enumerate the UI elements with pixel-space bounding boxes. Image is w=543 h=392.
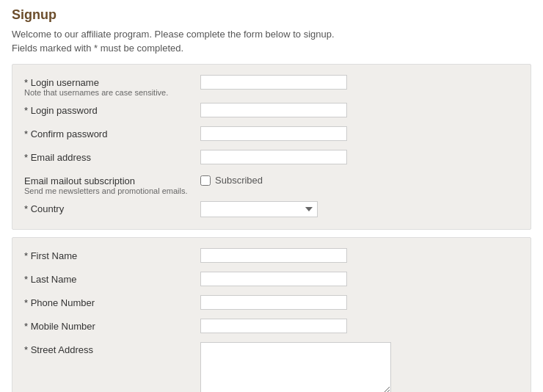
email-address-row: * Email address xyxy=(24,150,519,167)
login-password-label: * Login password xyxy=(24,103,200,116)
email-address-label: * Email address xyxy=(24,150,200,163)
first-name-input[interactable] xyxy=(200,248,347,263)
required-note: Fields marked with * must be completed. xyxy=(12,43,531,54)
first-name-row: * First Name xyxy=(24,248,519,266)
login-username-field-col xyxy=(200,75,519,90)
phone-number-input[interactable] xyxy=(200,295,347,310)
login-username-row: * Login username Note that usernames are… xyxy=(24,75,519,97)
confirm-password-field-col xyxy=(200,126,519,141)
page-title: Signup xyxy=(12,7,531,23)
phone-number-field-col xyxy=(200,295,519,310)
mobile-number-input[interactable] xyxy=(200,319,347,333)
first-name-label: * First Name xyxy=(24,248,200,261)
login-password-input[interactable] xyxy=(200,103,347,117)
street-address-textarea[interactable] xyxy=(200,342,391,392)
country-select[interactable] xyxy=(200,201,318,217)
last-name-input[interactable] xyxy=(200,272,347,286)
mobile-number-field-col xyxy=(200,319,519,333)
street-address-label: * Street Address xyxy=(24,342,200,355)
personal-info-section: * First Name * Last Name * Phone Number … xyxy=(12,237,531,392)
mobile-number-row: * Mobile Number xyxy=(24,319,519,336)
login-username-label: * Login username Note that usernames are… xyxy=(24,75,200,97)
login-password-field-col xyxy=(200,103,519,117)
subscription-check-col: Subscribed xyxy=(200,173,263,186)
email-address-field-col xyxy=(200,150,519,164)
email-subscription-row: Email mailout subscription Send me newsl… xyxy=(24,173,519,195)
intro-line1: Welcome to our affiliate program. Please… xyxy=(12,29,531,40)
street-address-field-col xyxy=(200,342,519,392)
confirm-password-label: * Confirm password xyxy=(24,126,200,139)
confirm-password-row: * Confirm password xyxy=(24,126,519,144)
subscribed-checkbox[interactable] xyxy=(200,175,211,186)
login-username-input[interactable] xyxy=(200,75,347,90)
street-address-row: * Street Address xyxy=(24,342,519,392)
login-password-row: * Login password xyxy=(24,103,519,120)
email-address-input[interactable] xyxy=(200,150,347,164)
account-info-section: * Login username Note that usernames are… xyxy=(12,64,531,230)
first-name-field-col xyxy=(200,248,519,263)
last-name-field-col xyxy=(200,272,519,286)
subscribed-label[interactable]: Subscribed xyxy=(215,175,263,186)
mobile-number-label: * Mobile Number xyxy=(24,319,200,332)
country-row: * Country xyxy=(24,201,519,219)
phone-number-label: * Phone Number xyxy=(24,295,200,308)
last-name-row: * Last Name xyxy=(24,272,519,289)
country-field-col xyxy=(200,201,519,217)
phone-number-row: * Phone Number xyxy=(24,295,519,313)
country-label: * Country xyxy=(24,201,200,214)
confirm-password-input[interactable] xyxy=(200,126,347,141)
last-name-label: * Last Name xyxy=(24,272,200,285)
subscription-label-col: Email mailout subscription Send me newsl… xyxy=(24,173,200,195)
